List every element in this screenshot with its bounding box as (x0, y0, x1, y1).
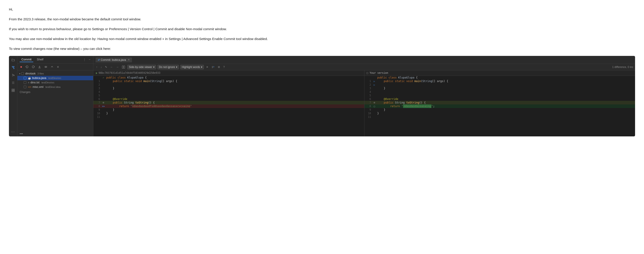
highlight-chevron: ▾ (201, 66, 202, 69)
panel-tabs: Commit Shelf (20, 57, 45, 62)
redo-btn[interactable] (31, 65, 36, 69)
file-name-dino: dino.txt (30, 81, 39, 84)
diff-tab-icon: ⇄ (98, 58, 100, 61)
diff-toolbar: ↑ ↓ ✎ ← → Side-by-side viewer ▾ Do not i… (93, 64, 635, 70)
file-checkbox-bubica[interactable] (24, 77, 26, 79)
svg-rect-10 (12, 89, 13, 90)
diff-left-side: ◑ 98bc7037831d1d51a7d444f503405929d250e9… (93, 70, 364, 136)
txt-icon: ≡ (28, 81, 29, 84)
diff-right-code: public class KlupaGlupa { 1 ▷ public sta… (364, 76, 635, 119)
code-line: 4 (93, 90, 364, 94)
highlight-select[interactable]: Highlight words ▾ (180, 65, 204, 69)
java-icon: ☕ (28, 77, 31, 80)
eye-btn[interactable] (43, 65, 48, 69)
svg-rect-13 (14, 91, 14, 92)
diff-tab-bar: ⇄ Commit: bubica.java ✕ (93, 56, 635, 64)
diff-stat: 1 difference, 0 inc (612, 66, 633, 69)
ignore-select[interactable]: Do not ignore ▾ (158, 65, 179, 69)
tab-shelf[interactable]: Shelf (35, 57, 45, 62)
code-line: 10 } (364, 112, 635, 115)
bottom-three-dots[interactable]: ••• (18, 131, 93, 136)
diff-content-area: ◑ 98bc7037831d1d51a7d444f503405929d250e9… (93, 70, 635, 136)
diff-prev-btn[interactable]: ← (110, 65, 114, 69)
ignore-chevron: ▾ (176, 66, 177, 69)
code-line: public class KlupaGlupa { (364, 76, 635, 79)
code-line: 9 } (364, 108, 635, 112)
sidebar-grid-icon[interactable] (10, 88, 16, 93)
svg-line-3 (12, 67, 14, 68)
diff-tab-bubica[interactable]: ⇄ Commit: bubica.java ✕ (96, 58, 132, 62)
left-commit-panel: Commit Shelf ⋮ − ● (18, 56, 93, 136)
diff-settings-btn[interactable]: ⚙ (217, 65, 221, 69)
file-name-bubica: bubica.java (32, 77, 46, 80)
file-tree: ▾ dinotask 3 files ☕ bubica.java testDin… (18, 70, 93, 131)
close-btn[interactable]: ✕ (56, 65, 60, 69)
svg-point-2 (14, 66, 14, 67)
viewer-chevron: ▾ (153, 66, 154, 69)
code-line: 3 } (93, 87, 364, 90)
viewer-label: Side-by-side viewer (129, 66, 152, 69)
diff-right-side: □ Your version public class KlupaGlupa {… (364, 70, 635, 136)
diff-close-btn[interactable]: ✕ (205, 65, 209, 69)
code-line: 1 public static void main(String[] args)… (93, 79, 364, 83)
right-diff-panel: ⇄ Commit: bubica.java ✕ ↑ ↓ ✎ ← → Side-b… (93, 56, 635, 136)
undo-btn[interactable] (24, 65, 30, 69)
sidebar-git-icon[interactable] (10, 65, 16, 70)
panel-header-icons: ⋮ − (82, 58, 91, 62)
file-item-miscxml[interactable]: </> misc.xml testDino/.idea (18, 85, 93, 89)
diff-tab-close-btn[interactable]: ✕ (128, 58, 130, 61)
viewer-select[interactable]: Side-by-side viewer ▾ (127, 65, 156, 69)
sidebar-list-icon[interactable] (10, 80, 16, 85)
file-checkbox-misc[interactable] (24, 86, 26, 88)
diff-mode-btn[interactable] (121, 65, 126, 69)
up-btn[interactable] (50, 65, 54, 69)
diff-nav-up[interactable]: ↑ (95, 65, 98, 69)
diff-nav-down[interactable]: ↓ (100, 65, 103, 69)
svg-point-16 (45, 67, 46, 67)
code-line: 2 ▷ (364, 83, 635, 87)
svg-point-0 (12, 66, 13, 67)
ide-inner: ··· Commit Shelf ⋮ − ● (9, 56, 635, 136)
sidebar-more-icon[interactable]: ··· (10, 129, 16, 135)
code-line: 5 (93, 94, 364, 97)
code-line: 7 ⊙ public String toString() { (364, 101, 635, 104)
sidebar-folder-icon[interactable] (10, 57, 16, 63)
tab-commit[interactable]: Commit (20, 57, 33, 62)
code-line: 9 } (93, 108, 364, 112)
diff-edit-btn[interactable]: ✎ (104, 65, 108, 69)
code-line: 6 @Override (364, 97, 635, 101)
panel-minimize-icon[interactable]: − (88, 58, 91, 62)
diff-left-code: ✓ public class KlupaGlupa { 1 public sta… (93, 76, 364, 119)
svg-rect-12 (12, 91, 13, 92)
code-line: 10 } (93, 112, 364, 115)
diff-right-title: □ (367, 71, 370, 75)
diff-help-btn[interactable]: ? (222, 65, 226, 69)
diff-left-hash: 98bc7037831d1d51a7d444f503405929d250e933 (98, 71, 160, 75)
diff-compare-btn[interactable] (210, 65, 216, 69)
file-checkbox-dino[interactable] (24, 81, 26, 84)
code-line: 1 ▷ public static void main(String[] arg… (364, 79, 635, 83)
prose-p5: To view commit changes now (the new wind… (9, 46, 635, 52)
download-btn[interactable] (37, 65, 42, 69)
svg-point-15 (45, 66, 47, 68)
diff-next-btn[interactable]: → (115, 65, 120, 69)
diff-left-header: ◑ 98bc7037831d1d51a7d444f503405929d250e9… (93, 70, 364, 76)
code-line: ✓ public class KlupaGlupa { (93, 76, 364, 79)
code-line: 7 ⊙ public String toString() { (93, 101, 364, 104)
left-sidebar: ··· (9, 56, 18, 136)
file-group-dinotask[interactable]: ▾ dinotask 3 files (18, 71, 93, 76)
prose-section: Hi, From the 2023.3 release, the non-mod… (9, 7, 635, 52)
commit-indicator-btn[interactable]: ● (19, 64, 23, 69)
code-line: 2 (93, 83, 364, 87)
panel-header: Commit Shelf ⋮ − (18, 56, 93, 64)
code-line: 4 (364, 90, 635, 94)
ignore-label: Do not ignore (159, 66, 175, 69)
panel-more-icon[interactable]: ⋮ (82, 58, 87, 62)
diff-tab-title: Commit: bubica.java (101, 58, 126, 62)
code-line: 6 @Override (93, 97, 364, 101)
code-line: 8 >> return "ndasdasdasdfsddsasdasdassas… (93, 104, 364, 108)
sidebar-branch-icon[interactable] (10, 72, 16, 78)
file-item-bubicajava[interactable]: ☕ bubica.java testDino/src (18, 76, 93, 80)
file-item-dinotxt[interactable]: ≡ dino.txt testDino/src (18, 80, 93, 85)
group-checkbox[interactable] (21, 72, 24, 75)
